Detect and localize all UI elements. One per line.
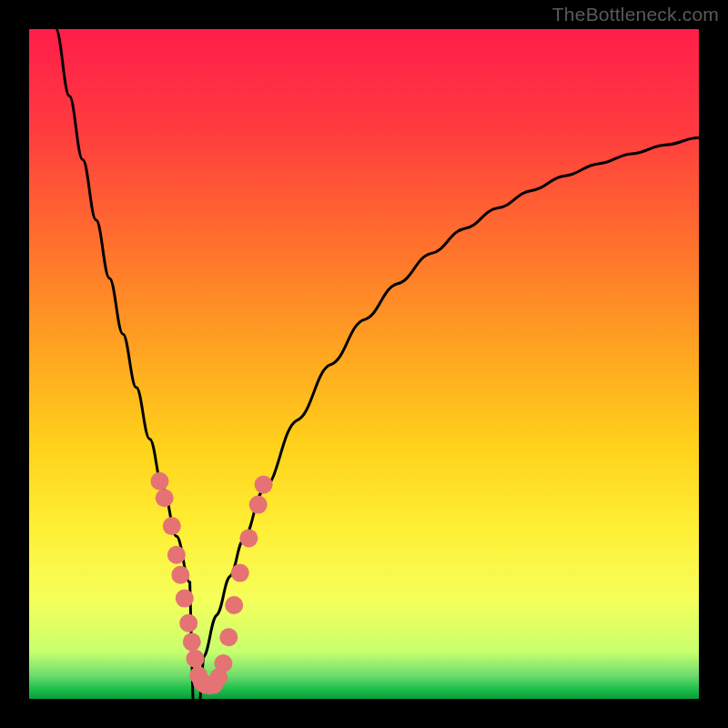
- data-point: [151, 472, 169, 490]
- data-point: [179, 614, 197, 632]
- data-point: [176, 590, 194, 608]
- plot-area: [29, 29, 699, 699]
- watermark-text: TheBottleneck.com: [552, 4, 719, 25]
- data-point: [187, 650, 205, 668]
- data-point: [231, 564, 249, 582]
- chart-container: TheBottleneck.com: [0, 0, 728, 728]
- data-point: [249, 496, 268, 514]
- data-point: [255, 476, 273, 494]
- data-point: [214, 654, 232, 672]
- data-point: [183, 632, 201, 651]
- data-point: [239, 529, 258, 547]
- data-point: [163, 517, 181, 535]
- data-point: [225, 596, 243, 614]
- data-point: [219, 628, 238, 646]
- data-point: [167, 546, 186, 564]
- data-point: [171, 566, 189, 584]
- sample-points: [29, 29, 699, 699]
- data-point: [156, 489, 174, 507]
